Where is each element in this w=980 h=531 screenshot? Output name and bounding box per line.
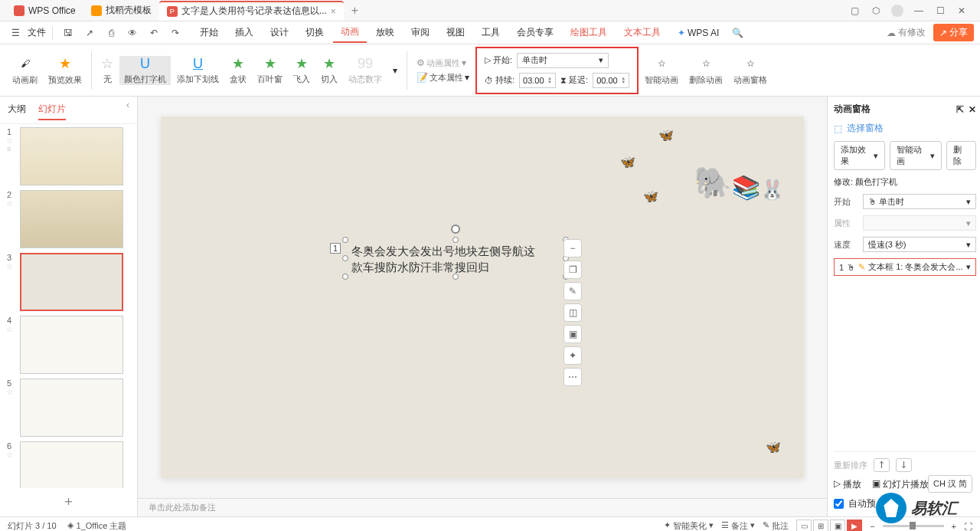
more-effects[interactable]: ▾ [388, 65, 402, 76]
tab-text-tools[interactable]: 文本工具 [616, 23, 668, 42]
slides-tab[interactable]: 幻灯片 [38, 100, 66, 120]
anim-pane-button[interactable]: ☆动画窗格 [729, 54, 772, 86]
smart-anim-dropdown[interactable]: 智能动画▾ [890, 141, 941, 170]
layers-button[interactable]: ❐ [564, 261, 582, 279]
prop-speed-select[interactable]: 慢速(3 秒)▾ [863, 237, 976, 252]
spinner-icon[interactable]: ▲▼ [547, 77, 552, 84]
tab-animation[interactable]: 动画 [333, 22, 367, 43]
avatar-icon[interactable] [891, 5, 903, 17]
resize-handle-n[interactable] [452, 237, 459, 243]
slideshow-play-button[interactable]: ▣幻灯片播放 [872, 478, 929, 491]
effect-fly-in[interactable]: ★飞入 [289, 55, 315, 85]
play-preview-button[interactable]: ▷播放 [834, 478, 861, 491]
print-icon[interactable]: ⎙ [102, 24, 120, 42]
save-icon[interactable]: 🖫 [59, 24, 77, 42]
effect-blinds[interactable]: ★百叶窗 [253, 55, 287, 85]
effect-dynamic-num[interactable]: 99动态数字 [344, 56, 387, 85]
anim-props-dropdown[interactable]: ⚙动画属性▾ [412, 57, 474, 69]
select-pane-link[interactable]: ⬚选择窗格 [834, 122, 976, 135]
notes-input[interactable]: 单击此处添加备注 [138, 498, 827, 516]
minimize-icon[interactable]: — [913, 5, 925, 17]
slide-thumb-6[interactable] [20, 441, 123, 488]
comments-toggle[interactable]: ✎批注 [763, 520, 789, 531]
smart-anim-button[interactable]: ☆智能动画 [640, 54, 683, 86]
close-tab-icon[interactable]: × [331, 6, 336, 17]
view-slideshow-button[interactable]: ▶ [847, 520, 862, 532]
zoom-slider[interactable] [883, 525, 944, 527]
zoom-out-button[interactable]: − [870, 522, 874, 531]
templates-tab[interactable]: 找稻壳模板 [83, 1, 159, 21]
slide-thumb-5[interactable] [20, 379, 123, 437]
chevron-down-icon[interactable]: ▾ [966, 262, 971, 272]
view-normal-button[interactable]: ▭ [796, 520, 812, 532]
tab-drawing-tools[interactable]: 绘图工具 [563, 23, 615, 42]
app-icon-2[interactable]: ⬡ [870, 5, 882, 17]
notes-toggle[interactable]: ☰备注▾ [721, 520, 755, 531]
effect-typewriter[interactable]: U颜色打字机 [119, 56, 171, 85]
style-button[interactable]: ✎ [564, 282, 582, 300]
effect-cut-in[interactable]: ★切入 [316, 55, 342, 85]
slides-list[interactable]: 1☆≡ 2☆ 3☆ 4☆ 5☆ 6☆ [0, 124, 137, 488]
wps-home-tab[interactable]: WPS Office [6, 1, 83, 21]
tab-tools[interactable]: 工具 [474, 23, 508, 42]
tab-start[interactable]: 开始 [192, 23, 226, 42]
resize-handle-w[interactable] [342, 255, 348, 261]
ai-tool-button[interactable]: ✦ [564, 346, 582, 365]
redo-icon[interactable]: ↷ [166, 24, 185, 42]
undo-icon[interactable]: ↶ [145, 24, 163, 42]
duration-input[interactable]: 03.00▲▼ [519, 73, 556, 88]
share-button[interactable]: ↗分享 [933, 24, 974, 41]
spinner-icon[interactable]: ▲▼ [621, 77, 626, 84]
search-icon[interactable]: 🔍 [728, 24, 746, 42]
resize-handle-s[interactable] [452, 274, 459, 280]
export-icon[interactable]: ↗ [80, 24, 99, 42]
tab-member[interactable]: 会员专享 [509, 23, 561, 42]
slide-thumb-3[interactable] [20, 253, 123, 311]
hamburger-icon[interactable]: ☰ [6, 24, 24, 42]
resize-handle-sw[interactable] [342, 274, 348, 280]
tab-transition[interactable]: 切换 [298, 23, 332, 42]
resize-handle-nw[interactable] [342, 237, 348, 243]
tab-insert[interactable]: 插入 [227, 23, 261, 42]
effect-none[interactable]: ☆无 [96, 55, 118, 85]
file-menu[interactable]: 文件 [28, 26, 46, 39]
more-button[interactable]: ⋯ [564, 368, 582, 386]
document-tab[interactable]: P 文字是人类用符号记录表达信息以... × [159, 1, 344, 21]
preview-button[interactable]: ★ 预览效果 [44, 54, 87, 86]
tab-wps-ai[interactable]: ✦WPS AI [670, 25, 727, 41]
prop-start-select[interactable]: 🖱 单击时▾ [863, 194, 976, 209]
delay-input[interactable]: 00.00▲▼ [593, 73, 629, 88]
fit-button[interactable]: ⛶ [964, 522, 972, 531]
effect-box[interactable]: ★盒状 [225, 55, 251, 85]
close-panel-icon[interactable]: ✕ [969, 104, 976, 115]
slide-thumb-2[interactable] [20, 190, 123, 248]
text-props-dropdown[interactable]: 📝文本属性▾ [412, 72, 474, 84]
rotate-handle[interactable] [451, 225, 460, 234]
anim-sequence-badge[interactable]: 1 [330, 243, 341, 254]
maximize-icon[interactable]: ☐ [934, 5, 946, 17]
tab-slideshow[interactable]: 放映 [368, 23, 402, 42]
outline-tab[interactable]: 大纲 [8, 100, 26, 120]
slide-thumb-4[interactable] [20, 316, 123, 374]
zoom-out-button[interactable]: − [564, 239, 582, 257]
auto-preview-checkbox[interactable] [834, 499, 844, 509]
effect-underline[interactable]: U添加下划线 [172, 56, 224, 85]
new-slide-button[interactable]: + [0, 488, 137, 516]
slide-canvas[interactable]: 🦋 🦋 🦋 🦋 🐘📚🐰 1 [161, 116, 804, 478]
anim-list-item[interactable]: 1 🖱 ✎ 文本框 1: 冬奥会发大会... ▾ [834, 258, 976, 276]
new-tab-button[interactable]: + [344, 1, 366, 21]
move-down-button[interactable]: 🡓 [896, 458, 912, 472]
smart-beautify-button[interactable]: ✦智能美化▾ [664, 520, 714, 531]
collapse-icon[interactable]: ‹ [126, 100, 129, 120]
preview-icon[interactable]: 👁 [123, 24, 142, 42]
add-effect-dropdown[interactable]: 添加效果▾ [834, 141, 885, 170]
frame-button[interactable]: ▣ [564, 325, 582, 343]
tab-view[interactable]: 视图 [439, 23, 472, 42]
view-sorter-button[interactable]: ⊞ [813, 520, 828, 532]
language-badge[interactable]: CH 汉 简 [928, 475, 972, 493]
view-reading-button[interactable]: ▣ [830, 520, 845, 532]
textbox-content[interactable]: 冬奥会发大会发出号地块左侧导航这 款车搜防水防汗非常搜回归 [345, 240, 566, 278]
pin-icon[interactable]: ⇱ [956, 104, 964, 115]
crop-button[interactable]: ◫ [564, 303, 582, 322]
close-window-icon[interactable]: ✕ [956, 5, 968, 17]
